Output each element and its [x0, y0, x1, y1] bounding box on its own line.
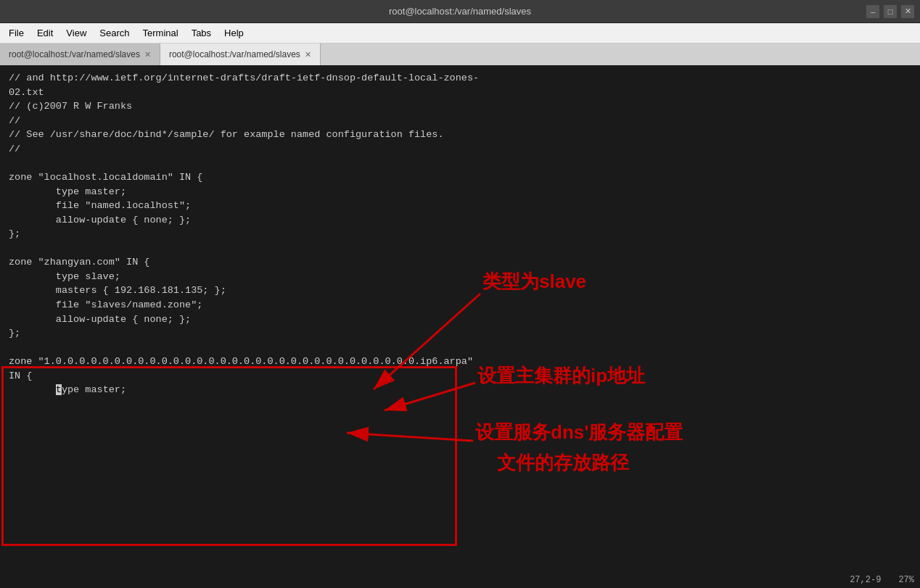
line-8: zone "localhost.localdomain" IN {: [9, 170, 911, 185]
annotation-file-path: 文件的存放路径: [497, 450, 629, 477]
scroll-percent: 27%: [898, 574, 914, 587]
terminal-content[interactable]: // and http://www.ietf.org/internet-draf…: [0, 65, 920, 588]
line-18: allow-update { none; };: [9, 312, 911, 327]
line-1: // and http://www.ietf.org/internet-draf…: [9, 71, 911, 86]
tab-1[interactable]: root@localhost:/var/named/slaves ✕: [0, 44, 160, 65]
menu-edit[interactable]: Edit: [31, 26, 59, 40]
line-9: type master;: [9, 185, 911, 199]
tab-2-close[interactable]: ✕: [305, 50, 311, 59]
line-11: allow-update { none; };: [9, 213, 911, 228]
menu-terminal[interactable]: Terminal: [137, 26, 184, 40]
line-21: zone "1.0.0.0.0.0.0.0.0.0.0.0.0.0.0.0.0.…: [9, 355, 911, 369]
status-bar: 27,2-9 27%: [844, 573, 920, 588]
annotation-dns-config: 设置服务dns'服务器配置: [475, 419, 683, 447]
menu-search[interactable]: Search: [94, 26, 135, 40]
line-5: // See /usr/share/doc/bind*/sample/ for …: [9, 128, 911, 142]
line-15: type slave;: [9, 270, 911, 284]
tab-2-label: root@localhost:/var/named/slaves: [169, 49, 300, 59]
menu-file[interactable]: File: [3, 26, 30, 40]
minimize-button[interactable]: –: [866, 5, 879, 18]
line-12: };: [9, 227, 911, 241]
menu-help[interactable]: Help: [218, 26, 250, 40]
tab-bar: root@localhost:/var/named/slaves ✕ root@…: [0, 44, 920, 65]
menu-tabs[interactable]: Tabs: [186, 26, 217, 40]
line-14: zone "zhangyan.com" IN {: [9, 255, 911, 270]
line-13: [9, 241, 911, 256]
tab-1-close[interactable]: ✕: [144, 50, 151, 59]
tab-1-label: root@localhost:/var/named/slaves: [9, 49, 140, 59]
menu-view[interactable]: View: [60, 26, 92, 40]
line-17: file "slaves/named.zone";: [9, 298, 911, 312]
svg-line-5: [347, 433, 473, 441]
menu-bar: File Edit View Search Terminal Tabs Help: [0, 23, 920, 44]
window-title: root@localhost:/var/named/slaves: [389, 6, 531, 17]
line-22: IN {: [9, 369, 911, 384]
tab-2[interactable]: root@localhost:/var/named/slaves ✕: [160, 44, 321, 65]
line-7: [9, 156, 911, 170]
line-16: masters { 192.168.181.135; };: [9, 283, 911, 298]
line-19: };: [9, 326, 911, 341]
title-bar: root@localhost:/var/named/slaves – □ ✕: [0, 0, 920, 23]
maximize-button[interactable]: □: [884, 5, 897, 18]
line-2: 02.txt: [9, 86, 911, 100]
line-20: [9, 341, 911, 355]
cursor-position: 27,2-9: [850, 574, 881, 587]
close-button[interactable]: ✕: [901, 5, 914, 18]
line-6: //: [9, 142, 911, 157]
line-10: file "named.localhost";: [9, 199, 911, 213]
line-4: //: [9, 114, 911, 128]
line-23: type master;: [9, 383, 911, 397]
line-3: // (c)2007 R W Franks: [9, 99, 911, 114]
window-controls: – □ ✕: [866, 5, 914, 18]
